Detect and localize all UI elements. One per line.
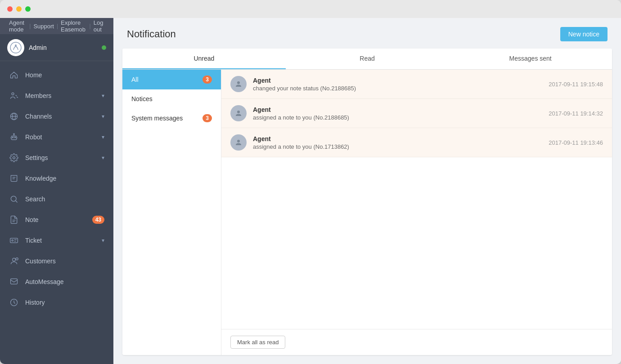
message-time-1: 2017-09-11 19:15:48 [549, 81, 603, 88]
sidebar-item-label-channels: Channels [25, 113, 95, 120]
sidebar-item-ticket[interactable]: Ticket ▾ [0, 230, 113, 251]
mark-all-button[interactable]: Mark all as read [230, 336, 285, 349]
knowledge-icon [9, 173, 19, 183]
sidebar-item-label-knowledge: Knowledge [25, 175, 104, 182]
tab-messages-sent[interactable]: Messages sent [449, 49, 612, 69]
sidebar-item-label-search: Search [25, 195, 104, 203]
message-row[interactable]: Agent changed your note status (No.21886… [221, 70, 612, 99]
nav-items: Home Members ▾ Channels ▾ [0, 61, 113, 364]
history-icon [9, 297, 19, 307]
members-chevron: ▾ [102, 93, 104, 99]
sep2: | [57, 23, 58, 29]
new-notice-button[interactable]: New notice [560, 27, 608, 41]
svg-rect-8 [15, 137, 16, 138]
sidebar-item-label-ticket: Ticket [25, 237, 95, 244]
main-content: Notification New notice Unread Read Mess… [113, 18, 621, 364]
filter-all-badge: 3 [202, 75, 212, 84]
message-avatar-3 [230, 134, 247, 151]
message-avatar-2 [230, 105, 247, 121]
minimize-dot[interactable] [16, 6, 22, 12]
sidebar-item-label-customers: Customers [25, 257, 104, 265]
sidebar-item-channels[interactable]: Channels ▾ [0, 106, 113, 127]
sidebar-item-knowledge[interactable]: Knowledge [0, 168, 113, 189]
svg-point-30 [237, 140, 240, 142]
tabs-row: Unread Read Messages sent [122, 49, 612, 70]
message-content-2: Agent assigned a note to you (No.2188685… [253, 106, 542, 121]
explore-link[interactable]: Explore Easemob [61, 19, 87, 33]
logout-link[interactable]: Log out [94, 19, 104, 33]
robot-chevron: ▾ [102, 134, 104, 140]
sidebar-item-label-history: History [25, 299, 104, 306]
sidebar-item-home[interactable]: Home [0, 65, 113, 85]
bottom-bar: Mark all as read [221, 329, 612, 355]
sidebar-item-customers[interactable]: Customers [0, 251, 113, 271]
message-sender-2: Agent [253, 106, 542, 113]
message-sender-1: Agent [253, 77, 542, 84]
svg-rect-20 [10, 238, 18, 243]
agent-mode-link[interactable]: Agent mode [9, 19, 27, 33]
message-content-1: Agent changed your note status (No.21886… [253, 77, 542, 92]
svg-point-24 [13, 258, 16, 261]
settings-chevron: ▾ [102, 155, 104, 161]
filter-system-badge: 3 [202, 114, 212, 122]
sidebar-item-robot[interactable]: Robot ▾ [0, 127, 113, 147]
main-header: Notification New notice [113, 18, 621, 49]
ticket-chevron: ▾ [102, 237, 104, 244]
filter-system-messages-label: System messages [131, 115, 183, 122]
support-link[interactable]: Support [33, 23, 54, 30]
messages-panel: Agent changed your note status (No.21886… [221, 70, 612, 355]
maximize-dot[interactable] [25, 6, 31, 12]
home-icon [9, 70, 19, 80]
close-dot[interactable] [7, 6, 13, 12]
channels-icon [9, 111, 19, 121]
message-text-2: assigned a note to you (No.2188685) [253, 114, 542, 121]
sidebar-header: Admin [0, 34, 113, 61]
top-bar: Agent mode | Support | Explore Easemob |… [0, 18, 113, 34]
svg-point-1 [15, 44, 17, 46]
svg-point-16 [11, 196, 16, 201]
filter-system-messages[interactable]: System messages 3 [122, 108, 221, 128]
admin-name-label: Admin [29, 44, 97, 51]
svg-point-10 [14, 133, 15, 135]
tab-unread[interactable]: Unread [122, 49, 286, 69]
message-row[interactable]: Agent assigned a note to you (No.1713862… [221, 128, 612, 157]
sidebar-item-settings[interactable]: Settings ▾ [0, 147, 113, 168]
note-badge: 43 [92, 216, 104, 224]
svg-point-2 [12, 93, 14, 95]
sidebar-item-label-settings: Settings [25, 154, 95, 161]
content-area: All 3 Notices System messages 3 [122, 70, 612, 355]
message-time-2: 2017-09-11 19:14:32 [549, 110, 603, 117]
svg-rect-7 [13, 137, 14, 138]
filter-all[interactable]: All 3 [122, 70, 221, 89]
sidebar-item-label-robot: Robot [25, 133, 95, 141]
message-avatar-1 [230, 76, 247, 92]
logo-avatar [7, 39, 24, 56]
filter-all-label: All [131, 76, 139, 83]
channels-chevron: ▾ [102, 113, 104, 120]
message-text-1: changed your note status (No.2188685) [253, 85, 542, 92]
sidebar-item-note[interactable]: Note 43 [0, 209, 113, 230]
filter-notices[interactable]: Notices [122, 89, 221, 108]
sidebar-item-members[interactable]: Members ▾ [0, 85, 113, 106]
sidebar-item-label-members: Members [25, 92, 95, 99]
message-text-3: assigned a note to you (No.1713862) [253, 143, 542, 150]
sidebar-item-search[interactable]: Search [0, 189, 113, 209]
svg-rect-26 [11, 279, 18, 284]
svg-line-17 [16, 201, 18, 203]
sidebar-item-history[interactable]: History [0, 292, 113, 313]
message-content-3: Agent assigned a note to you (No.1713862… [253, 135, 542, 150]
automessage-icon [9, 277, 19, 287]
svg-point-29 [237, 111, 240, 113]
tab-read[interactable]: Read [286, 49, 449, 69]
message-row[interactable]: Agent assigned a note to you (No.2188685… [221, 99, 612, 128]
message-time-3: 2017-09-11 19:13:46 [549, 139, 603, 146]
customers-icon [9, 256, 19, 266]
svg-point-0 [10, 42, 21, 53]
message-sender-3: Agent [253, 135, 542, 142]
sidebar: Agent mode | Support | Explore Easemob |… [0, 18, 113, 364]
settings-icon [9, 153, 19, 163]
messages-list: Agent changed your note status (No.21886… [221, 70, 612, 329]
members-icon [9, 91, 19, 101]
sidebar-item-automessage[interactable]: AutoMessage [0, 271, 113, 292]
page-title: Notification [127, 28, 176, 40]
